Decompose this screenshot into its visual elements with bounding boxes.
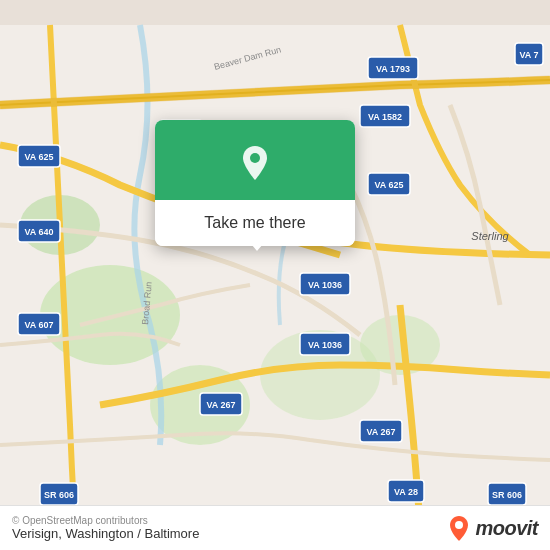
popup-green-header xyxy=(155,120,355,200)
svg-point-40 xyxy=(250,153,260,163)
svg-text:VA 28: VA 28 xyxy=(394,487,418,497)
svg-text:SR 606: SR 606 xyxy=(492,490,522,500)
svg-text:VA 1793: VA 1793 xyxy=(376,64,410,74)
svg-text:VA 625: VA 625 xyxy=(374,180,403,190)
bottom-left-info: © OpenStreetMap contributors Verisign, W… xyxy=(12,515,199,541)
moovit-pin-icon xyxy=(447,514,471,542)
popup-card: Take me there xyxy=(155,120,355,246)
svg-text:VA 1582: VA 1582 xyxy=(368,112,402,122)
svg-text:VA 607: VA 607 xyxy=(24,320,53,330)
svg-text:SR 606: SR 606 xyxy=(44,490,74,500)
moovit-logo: moovit xyxy=(447,514,538,542)
svg-text:VA 625: VA 625 xyxy=(24,152,53,162)
popup-tail xyxy=(245,237,269,251)
location-pin-icon xyxy=(233,140,277,184)
svg-text:VA 267: VA 267 xyxy=(206,400,235,410)
svg-text:Sterling: Sterling xyxy=(471,230,509,242)
location-label: Verisign, Washington / Baltimore xyxy=(12,526,199,541)
bottom-bar: © OpenStreetMap contributors Verisign, W… xyxy=(0,505,550,550)
copyright-text: © OpenStreetMap contributors xyxy=(12,515,199,526)
svg-point-41 xyxy=(455,521,463,529)
svg-text:VA 7: VA 7 xyxy=(519,50,538,60)
map-container: VA 625 VA 607 VA 640 VA 1793 VA 7 VA 158… xyxy=(0,0,550,550)
moovit-brand-text: moovit xyxy=(475,517,538,540)
svg-text:VA 1036: VA 1036 xyxy=(308,280,342,290)
svg-text:VA 267: VA 267 xyxy=(366,427,395,437)
map-background: VA 625 VA 607 VA 640 VA 1793 VA 7 VA 158… xyxy=(0,0,550,550)
svg-text:VA 1036: VA 1036 xyxy=(308,340,342,350)
svg-text:VA 640: VA 640 xyxy=(24,227,53,237)
